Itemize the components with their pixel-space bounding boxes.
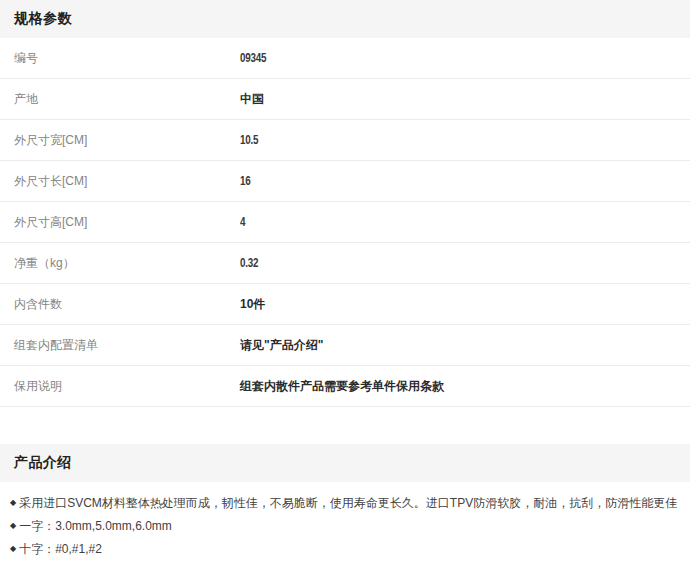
spec-value: 0.32 [240,256,262,270]
spec-value: 10.5 [240,133,262,147]
specs-title: 规格参数 [14,10,72,28]
diamond-bullet-icon: ◆ [10,496,16,510]
table-row: 外尺寸长[CM] 16 [0,161,690,202]
table-row: 保用说明 组套内散件产品需要参考单件保用条款 [0,366,690,407]
table-row: 外尺寸宽[CM] 10.5 [0,120,690,161]
intro-section-header: 产品介绍 [0,444,690,482]
spec-value: 16 [240,174,253,188]
intro-title: 产品介绍 [14,454,72,472]
spec-value: 中国 [240,91,264,108]
spec-label: 编号 [14,50,38,67]
spec-label: 保用说明 [14,378,62,395]
specs-table: 编号 09345 产地 中国 外尺寸宽[CM] 10.5 外尺寸长[CM] 16… [0,38,690,407]
intro-text: 一字：3.0mm,5.0mm,6.0mm [19,519,172,533]
spec-label: 外尺寸高[CM] [14,214,87,231]
table-row: 组套内配置清单 请见"产品介绍" [0,325,690,366]
list-item: ◆ 十字：#0,#1,#2 [10,542,680,556]
intro-body: ◆ 采用进口SVCM材料整体热处理而成，韧性佳，不易脆断，使用寿命更长久。进口T… [0,482,690,556]
spec-value: 请见"产品介绍" [240,337,323,354]
table-row: 净重（kg） 0.32 [0,243,690,284]
spec-label: 产地 [14,91,38,108]
table-row: 内含件数 10件 [0,284,690,325]
diamond-bullet-icon: ◆ [10,519,16,533]
spec-label: 外尺寸宽[CM] [14,132,87,149]
table-row: 外尺寸高[CM] 4 [0,202,690,243]
intro-text: 十字：#0,#1,#2 [19,542,102,556]
list-item: ◆ 采用进口SVCM材料整体热处理而成，韧性佳，不易脆断，使用寿命更长久。进口T… [10,496,680,510]
spec-label: 组套内配置清单 [14,337,98,354]
spec-value: 4 [240,215,246,229]
product-spec-page: 规格参数 编号 09345 产地 中国 外尺寸宽[CM] 10.5 外尺寸长[C… [0,0,690,584]
list-item: ◆ 一字：3.0mm,5.0mm,6.0mm [10,519,680,533]
spec-value: 组套内散件产品需要参考单件保用条款 [240,378,444,395]
spec-value: 10件 [240,296,265,313]
section-gap [0,407,690,444]
spec-label: 净重（kg） [14,255,75,272]
diamond-bullet-icon: ◆ [10,542,16,556]
table-row: 产地 中国 [0,79,690,120]
spec-label: 外尺寸长[CM] [14,173,87,190]
spec-value: 09345 [240,51,272,65]
table-row: 编号 09345 [0,38,690,79]
specs-section-header: 规格参数 [0,0,690,38]
spec-label: 内含件数 [14,296,62,313]
intro-text: 采用进口SVCM材料整体热处理而成，韧性佳，不易脆断，使用寿命更长久。进口TPV… [19,496,677,510]
